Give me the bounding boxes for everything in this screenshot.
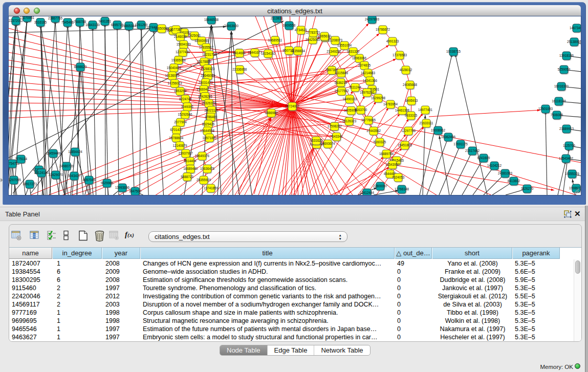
svg-text:1065617: 1065617 [318, 34, 331, 38]
svg-text:17428285: 17428285 [198, 95, 213, 98]
svg-text:6701437: 6701437 [170, 128, 183, 132]
svg-text:24381083: 24381083 [498, 171, 513, 175]
svg-text:16776665: 16776665 [361, 118, 376, 122]
svg-text:11854424: 11854424 [68, 150, 82, 154]
svg-text:14783954: 14783954 [383, 102, 398, 106]
svg-text:22429070: 22429070 [49, 173, 63, 177]
svg-text:3049391: 3049391 [181, 105, 194, 108]
svg-text:7643341: 7643341 [330, 135, 343, 138]
svg-text:21633111: 21633111 [419, 121, 433, 125]
svg-text:12377430: 12377430 [176, 50, 190, 54]
svg-text:18846538: 18846538 [204, 18, 219, 21]
svg-text:3677387: 3677387 [170, 28, 183, 31]
svg-text:13270951: 13270951 [20, 16, 35, 19]
svg-text:11297095: 11297095 [9, 178, 21, 182]
svg-text:12140879: 12140879 [172, 144, 187, 147]
svg-text:15451805: 15451805 [398, 143, 412, 147]
svg-text:6495913: 6495913 [405, 99, 418, 102]
svg-text:3786469: 3786469 [205, 115, 217, 119]
svg-text:3826270: 3826270 [521, 187, 534, 190]
svg-text:13918186: 13918186 [559, 54, 574, 57]
svg-text:16459449: 16459449 [46, 151, 61, 155]
svg-text:19689511: 19689511 [268, 38, 282, 42]
svg-text:19986232: 19986232 [569, 186, 581, 190]
svg-text:9029966: 9029966 [101, 181, 114, 185]
svg-text:16843130: 16843130 [85, 23, 100, 27]
svg-text:5160325: 5160325 [374, 140, 386, 144]
svg-text:19355376: 19355376 [565, 172, 580, 176]
svg-text:15292646: 15292646 [178, 113, 193, 116]
svg-text:17256023: 17256023 [167, 81, 182, 85]
svg-text:17783721: 17783721 [306, 31, 321, 34]
svg-text:11543957: 11543957 [385, 163, 400, 166]
svg-text:21349230: 21349230 [326, 50, 341, 53]
svg-text:9163700: 9163700 [355, 108, 367, 112]
svg-text:18917273: 18917273 [23, 182, 37, 186]
svg-text:5888723: 5888723 [181, 175, 193, 179]
svg-text:5043437: 5043437 [68, 174, 81, 178]
svg-text:19177502: 19177502 [334, 89, 349, 93]
svg-text:25124140: 25124140 [34, 171, 49, 174]
svg-text:17598282: 17598282 [328, 124, 342, 128]
svg-text:12412444: 12412444 [360, 191, 375, 194]
svg-text:5614404: 5614404 [184, 159, 197, 163]
svg-text:23937917: 23937917 [179, 151, 193, 155]
svg-text:17443562: 17443562 [366, 129, 381, 133]
svg-text:18362496: 18362496 [441, 135, 456, 139]
svg-text:2077904: 2077904 [174, 120, 187, 124]
svg-text:21208073: 21208073 [328, 38, 343, 42]
svg-text:15694189: 15694189 [177, 42, 191, 46]
svg-text:18963066: 18963066 [352, 56, 367, 60]
svg-text:13551034: 13551034 [337, 43, 352, 47]
svg-text:10636478: 10636478 [200, 167, 215, 170]
svg-text:24031470: 24031470 [199, 81, 213, 84]
svg-text:8498623: 8498623 [74, 65, 87, 69]
svg-text:13543402: 13543402 [559, 157, 574, 160]
svg-text:3111244: 3111244 [349, 85, 361, 89]
svg-text:10038715: 10038715 [446, 50, 461, 53]
svg-text:19786672: 19786672 [376, 28, 390, 31]
svg-text:16299298: 16299298 [371, 96, 386, 100]
svg-text:2113831: 2113831 [271, 16, 284, 20]
svg-text:3847500: 3847500 [129, 189, 142, 193]
svg-text:18788604: 18788604 [169, 136, 184, 140]
svg-text:15040409: 15040409 [167, 66, 182, 70]
svg-text:22372012: 22372012 [9, 19, 23, 23]
svg-text:7545466: 7545466 [61, 20, 74, 24]
svg-text:6909558: 6909558 [283, 24, 296, 27]
svg-text:9491351: 9491351 [99, 19, 112, 23]
svg-text:19741859: 19741859 [204, 186, 219, 190]
svg-text:13993696: 13993696 [115, 186, 130, 189]
svg-text:14673497: 14673497 [570, 26, 581, 30]
svg-text:24980739: 24980739 [59, 164, 74, 168]
svg-text:15669427: 15669427 [197, 87, 211, 91]
svg-text:22800097: 22800097 [373, 184, 388, 188]
svg-text:22336958: 22336958 [232, 68, 247, 71]
svg-text:4991323: 4991323 [386, 39, 399, 43]
svg-text:18441677: 18441677 [248, 51, 263, 54]
svg-text:18490103: 18490103 [342, 97, 357, 101]
svg-text:10136085: 10136085 [165, 74, 180, 77]
svg-text:20326376: 20326376 [202, 101, 216, 105]
svg-text:8057045: 8057045 [83, 178, 96, 182]
svg-text:1831320: 1831320 [347, 50, 360, 53]
svg-text:16689440: 16689440 [183, 167, 198, 170]
svg-text:2146039: 2146039 [174, 35, 187, 38]
svg-text:21517442: 21517442 [465, 149, 480, 152]
svg-text:19008962: 19008962 [431, 128, 446, 132]
svg-text:14341366: 14341366 [363, 79, 378, 82]
svg-text:8329426: 8329426 [202, 122, 215, 126]
svg-text:17691175: 17691175 [453, 142, 468, 146]
svg-text:17376583: 17376583 [393, 53, 407, 57]
svg-text:23867765: 23867765 [48, 16, 63, 20]
svg-text:19365068: 19365068 [171, 58, 186, 62]
svg-text:17766148: 17766148 [395, 187, 409, 191]
svg-text:4028012: 4028012 [400, 68, 412, 72]
svg-text:18288323: 18288323 [200, 67, 215, 71]
svg-text:24863600: 24863600 [224, 24, 239, 28]
svg-text:11358834: 11358834 [291, 49, 305, 53]
svg-text:5259053: 5259053 [558, 68, 571, 71]
svg-text:6241609: 6241609 [477, 156, 490, 160]
svg-text:16016370: 16016370 [554, 84, 569, 88]
svg-text:16889784: 16889784 [379, 152, 394, 156]
